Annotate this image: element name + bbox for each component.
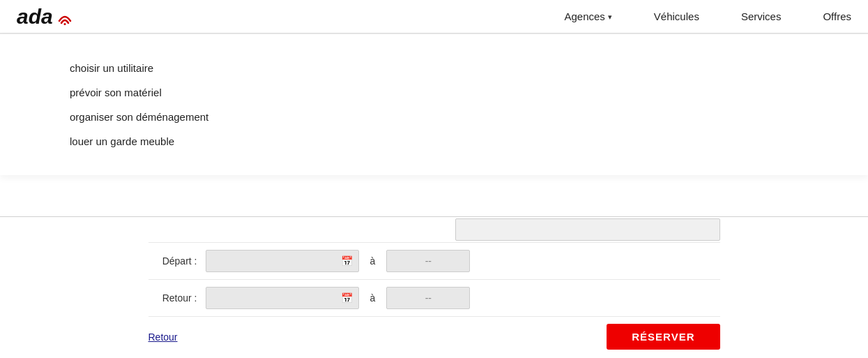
nav-vehicules-label: Véhicules — [654, 0, 699, 33]
nav-services-label: Services — [741, 0, 782, 33]
depart-separator: à — [367, 255, 379, 267]
reservation-form-section: Départ : 📅 à -- Retour : 📅 à -- Reto — [0, 216, 868, 358]
dropdown-item-garde-meuble[interactable]: louer un garde meuble — [70, 135, 868, 147]
nav-agences-label: Agences — [564, 0, 604, 33]
retour-time-value: -- — [425, 292, 432, 304]
nav-services[interactable]: Services — [741, 0, 782, 33]
back-link[interactable]: Retour — [149, 331, 178, 343]
logo-text: ada — [17, 5, 53, 29]
chevron-down-icon: ▾ — [608, 0, 612, 33]
nav-vehicules[interactable]: Véhicules — [654, 0, 699, 33]
svg-point-0 — [63, 23, 66, 25]
form-inner: Départ : 📅 à -- Retour : 📅 à -- Reto — [135, 217, 734, 358]
retour-date-input[interactable]: 📅 — [206, 287, 359, 309]
dropdown-list: choisir un utilitaire prévoir son matéri… — [70, 62, 868, 147]
agency-input[interactable] — [455, 218, 720, 241]
depart-label: Départ : — [149, 255, 197, 267]
logo-signal-icon — [55, 8, 75, 25]
depart-time-input[interactable]: -- — [386, 250, 470, 272]
form-top-bar — [149, 217, 720, 242]
logo[interactable]: ada — [17, 5, 75, 29]
depart-time-value: -- — [425, 255, 432, 267]
dropdown-panel: choisir un utilitaire prévoir son matéri… — [0, 33, 868, 175]
depart-date-input[interactable]: 📅 — [206, 250, 359, 272]
nav-offres-label: Offres — [823, 0, 851, 33]
calendar-icon-depart: 📅 — [341, 255, 353, 267]
form-actions: Retour RÉSERVER — [149, 316, 720, 358]
main-header: ada Agences ▾ Véhicules Services Offres — [0, 0, 868, 33]
retour-label: Retour : — [149, 292, 197, 304]
depart-row: Départ : 📅 à -- — [149, 242, 720, 279]
main-nav: Agences ▾ Véhicules Services Offres — [564, 0, 851, 33]
retour-row: Retour : 📅 à -- — [149, 279, 720, 316]
calendar-icon-retour: 📅 — [341, 292, 353, 304]
dropdown-item-utilitaire[interactable]: choisir un utilitaire — [70, 62, 868, 74]
nav-agences[interactable]: Agences ▾ — [564, 0, 611, 33]
dropdown-item-demenagement[interactable]: organiser son déménagement — [70, 111, 868, 123]
retour-separator: à — [367, 292, 379, 304]
retour-time-input[interactable]: -- — [386, 287, 470, 309]
dropdown-item-materiel[interactable]: prévoir son matériel — [70, 87, 868, 98]
nav-offres[interactable]: Offres — [823, 0, 851, 33]
reserve-button[interactable]: RÉSERVER — [607, 324, 719, 350]
